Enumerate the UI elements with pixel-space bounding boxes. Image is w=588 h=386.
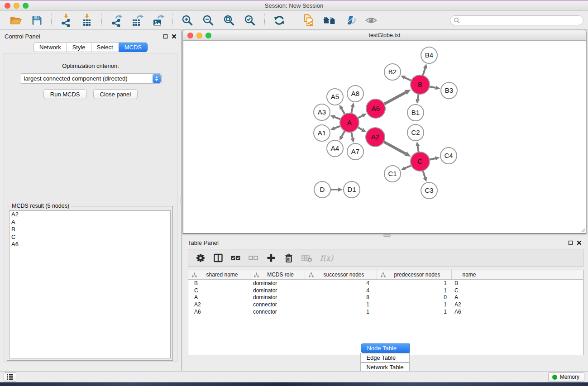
graph-edge-C-C3[interactable]: [423, 171, 425, 177]
graph-edge-A-A8[interactable]: [351, 107, 353, 113]
unselect-all-button[interactable]: [249, 253, 258, 263]
horizontal-splitter-handle[interactable]: [383, 234, 391, 237]
graph-edge-C-C2[interactable]: [418, 146, 419, 152]
search-input[interactable]: [450, 15, 583, 25]
graph-edge-A-A1[interactable]: [335, 126, 340, 128]
result-list-scrollbar[interactable]: [165, 211, 170, 358]
task-history-button[interactable]: [4, 372, 16, 382]
save-session-button[interactable]: [27, 12, 46, 29]
bird-eye-view-button[interactable]: [362, 12, 381, 29]
minimize-window-button[interactable]: [14, 3, 19, 9]
zoom-fit-button[interactable]: [220, 12, 239, 29]
tab-node-table[interactable]: Node Table: [361, 343, 409, 353]
export-network-button[interactable]: [107, 12, 126, 29]
import-network-button[interactable]: [57, 12, 76, 29]
graph-edge-A-A3[interactable]: [335, 117, 340, 119]
graph-node-C[interactable]: C: [411, 152, 430, 171]
tab-select[interactable]: Select: [91, 43, 119, 52]
zoom-network-window-button[interactable]: [206, 33, 211, 38]
graph-edge-C-C4[interactable]: [430, 158, 435, 160]
mcds-result-item[interactable]: A: [10, 219, 170, 226]
tab-network-table[interactable]: Network Table: [360, 362, 409, 372]
graph-edge-B-B4[interactable]: [423, 68, 425, 76]
graph-node-C3[interactable]: C3: [421, 182, 437, 199]
tab-style[interactable]: Style: [67, 43, 91, 52]
graph-edge-A-A7[interactable]: [351, 132, 353, 138]
open-network-file-button[interactable]: [299, 12, 318, 29]
graph-node-D1[interactable]: D1: [344, 181, 360, 198]
graph-edge-A6-B[interactable]: [384, 92, 406, 104]
mcds-result-item[interactable]: C: [10, 234, 170, 241]
memory-button[interactable]: Memory: [548, 372, 584, 382]
graph-edge-C-C1[interactable]: [405, 165, 411, 168]
tab-edge-table[interactable]: Edge Table: [360, 353, 409, 362]
graph-node-A7[interactable]: A7: [347, 143, 363, 160]
graph-node-D[interactable]: D: [314, 181, 330, 198]
table-row[interactable]: Cdominator41C: [188, 287, 583, 294]
graph-node-B2[interactable]: B2: [384, 64, 401, 80]
graph-node-A2[interactable]: A2: [366, 128, 385, 147]
close-panel-button[interactable]: Close panel: [93, 89, 138, 99]
select-all-button[interactable]: [231, 253, 241, 263]
close-window-button[interactable]: [5, 3, 10, 9]
home-button[interactable]: [320, 12, 339, 29]
network-canvas[interactable]: B4B2BB3A8A5A6A3B1AA1C2A2A4A7C4CC1C3DD1: [183, 41, 586, 234]
zoom-selected-button[interactable]: [240, 12, 259, 29]
graph-edge-A-A4[interactable]: [342, 131, 345, 137]
graph-edge-A2-C[interactable]: [383, 142, 406, 154]
table-row[interactable]: Bdominator41B: [188, 280, 583, 287]
mcds-result-list[interactable]: A2ABCA6: [9, 210, 171, 358]
graph-node-A[interactable]: A: [340, 113, 359, 132]
graph-edge-B-B3[interactable]: [430, 86, 436, 88]
optimization-criterion-dropdown[interactable]: largest connected component (directed): [20, 73, 162, 84]
graph-edge-A-A6[interactable]: [358, 116, 363, 119]
table-row[interactable]: A6connector11A6: [188, 308, 583, 315]
tab-network[interactable]: Network: [33, 43, 67, 52]
graph-node-A3[interactable]: A3: [314, 104, 330, 120]
minimize-network-window-button[interactable]: [196, 33, 202, 38]
graph-node-B4[interactable]: B4: [421, 47, 437, 63]
close-panel-icon[interactable]: [577, 240, 582, 245]
graph-node-A5[interactable]: A5: [327, 89, 343, 105]
graph-node-B3[interactable]: B3: [441, 82, 457, 99]
delete-row-button[interactable]: [284, 253, 294, 263]
run-mcds-button[interactable]: Run MCDS: [43, 89, 87, 99]
mcds-result-item[interactable]: A2: [10, 211, 170, 219]
graph-node-B1[interactable]: B1: [407, 105, 424, 121]
column-header-name[interactable]: name: [452, 270, 486, 279]
graph-edge-B-B1[interactable]: [418, 94, 419, 100]
open-session-button[interactable]: [6, 12, 25, 29]
network-graph[interactable]: B4B2BB3A8A5A6A3B1AA1C2A2A4A7C4CC1C3DD1: [183, 41, 586, 233]
float-panel-icon[interactable]: [163, 34, 168, 39]
graph-node-A6[interactable]: A6: [366, 99, 385, 118]
horizontal-splitter[interactable]: [182, 234, 588, 237]
close-network-window-button[interactable]: [187, 33, 193, 38]
import-table-button[interactable]: [77, 12, 96, 29]
table-settings-button[interactable]: [196, 253, 206, 263]
graph-node-A4[interactable]: A4: [327, 140, 343, 157]
graph-node-A8[interactable]: A8: [347, 86, 363, 102]
graph-node-C1[interactable]: C1: [384, 166, 401, 182]
graph-edge-A-A2[interactable]: [358, 127, 362, 130]
graph-node-C2[interactable]: C2: [407, 124, 424, 141]
graph-edge-A-A5[interactable]: [342, 109, 345, 114]
column-header-predecessor-nodes[interactable]: predecessor nodes: [377, 270, 452, 279]
refresh-view-button[interactable]: [270, 12, 289, 29]
column-header-shared-name[interactable]: shared name: [188, 270, 250, 279]
table-row[interactable]: A2connector11A2: [188, 301, 583, 308]
export-image-button[interactable]: [148, 12, 167, 29]
zoom-window-button[interactable]: [23, 3, 29, 9]
zoom-out-button[interactable]: [199, 12, 218, 29]
column-header-mcds-role[interactable]: MCDS role: [250, 270, 305, 279]
table-row[interactable]: Adominator80A: [188, 294, 583, 301]
column-visibility-button[interactable]: [213, 253, 223, 263]
close-panel-icon[interactable]: [172, 34, 177, 39]
graph-node-C4[interactable]: C4: [440, 148, 457, 164]
mcds-result-item[interactable]: B: [10, 226, 170, 234]
graph-node-A1[interactable]: A1: [314, 125, 330, 141]
export-table-button[interactable]: [128, 12, 147, 29]
tab-mcds[interactable]: MCDS: [119, 43, 148, 52]
add-row-button[interactable]: [266, 253, 276, 263]
mcds-result-item[interactable]: A6: [10, 241, 170, 248]
float-panel-icon[interactable]: [568, 240, 573, 245]
